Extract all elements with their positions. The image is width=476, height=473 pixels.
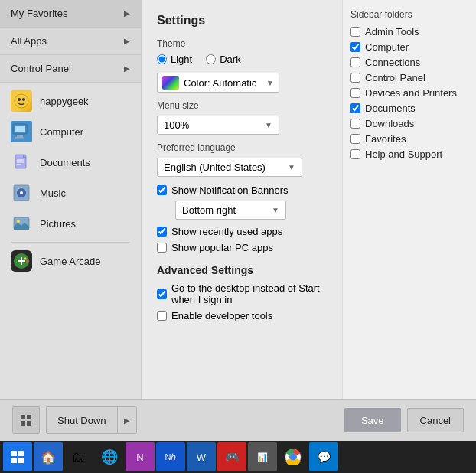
folder-checkbox-3[interactable]	[350, 73, 360, 83]
taskbar-app-red[interactable]: 🎮	[217, 442, 246, 471]
svg-rect-30	[11, 458, 17, 463]
control-panel-menu[interactable]: Control Panel ▶	[0, 55, 141, 83]
save-button[interactable]: Save	[344, 408, 401, 432]
settings-panel: Settings Theme Light Dark Color: Automat…	[142, 0, 342, 399]
show-recently-used-label: Show recently used apps	[171, 226, 282, 237]
app-item-computer[interactable]: Computer	[0, 116, 141, 147]
folder-label-0: Admin Tools	[365, 26, 419, 38]
shutdown-arrow-icon: ▶	[118, 407, 136, 433]
svg-point-22	[24, 258, 27, 260]
go-to-desktop-checkbox[interactable]	[157, 289, 167, 299]
enable-developer-row[interactable]: Enable developer tools	[157, 310, 327, 321]
menu-size-dropdown[interactable]: 100% ▼	[157, 116, 279, 135]
folder-item-computer[interactable]: Computer	[350, 41, 468, 53]
music-label: Music	[40, 188, 66, 199]
control-panel-chevron: ▶	[124, 64, 130, 73]
folder-item-favorites[interactable]: Favorites	[350, 133, 468, 145]
app-item-happygeek[interactable]: happygeek	[0, 86, 141, 116]
theme-light-radio[interactable]	[157, 54, 167, 64]
shutdown-label: Shut Down	[47, 407, 118, 433]
notification-position-value: Bottom right	[182, 204, 236, 216]
folder-checkbox-6[interactable]	[350, 119, 360, 129]
svg-point-0	[15, 94, 28, 108]
pictures-icon	[11, 213, 32, 234]
taskbar-app-nx[interactable]: Nℏ	[156, 442, 185, 471]
svg-rect-24	[21, 415, 25, 419]
all-apps-label: All Apps	[11, 35, 47, 47]
preferred-language-dropdown[interactable]: English (United States) ▼	[157, 158, 302, 177]
theme-dark-radio[interactable]	[206, 54, 216, 64]
folder-item-control-panel[interactable]: Control Panel	[350, 72, 468, 83]
folder-item-downloads[interactable]: Downloads	[350, 118, 468, 129]
folder-item-devices-and-printers[interactable]: Devices and Printers	[350, 87, 468, 99]
taskbar-app-files[interactable]: 🗂	[64, 442, 93, 471]
theme-row: Light Dark	[157, 54, 327, 65]
show-popular-pc-checkbox[interactable]	[157, 243, 167, 253]
svg-rect-29	[18, 451, 24, 456]
menu-size-value: 100%	[164, 119, 189, 131]
svg-rect-27	[27, 421, 31, 426]
enable-developer-checkbox[interactable]	[157, 311, 167, 321]
taskbar-app-gray[interactable]: 📊	[248, 442, 277, 471]
windows-start-button[interactable]	[3, 442, 32, 471]
folder-item-connections[interactable]: Connections	[350, 57, 468, 68]
my-favorites-label: My Favorites	[11, 8, 67, 19]
home-button[interactable]: 🏠	[34, 442, 63, 471]
theme-light-option[interactable]: Light	[157, 54, 192, 65]
my-favorites-menu[interactable]: My Favorites ▶	[0, 0, 141, 28]
preferred-language-value: English (United States)	[164, 161, 266, 173]
taskbar-app-messaging[interactable]: 💬	[309, 442, 338, 471]
folder-checkbox-7[interactable]	[350, 134, 360, 144]
app-item-music[interactable]: Music	[0, 178, 141, 208]
all-apps-menu[interactable]: All Apps ▶	[0, 28, 141, 55]
shutdown-button[interactable]: Shut Down ▶	[46, 406, 137, 434]
folder-checkbox-2[interactable]	[350, 57, 360, 67]
theme-label: Theme	[157, 38, 327, 49]
taskbar-app-word[interactable]: W	[187, 442, 216, 471]
taskbar-app-onenote[interactable]: N	[126, 442, 155, 471]
svg-rect-25	[27, 415, 31, 419]
app-item-pictures[interactable]: Pictures	[0, 208, 141, 239]
folder-checkbox-1[interactable]	[350, 42, 360, 52]
show-notification-checkbox[interactable]	[157, 185, 167, 195]
go-to-desktop-row[interactable]: Go to the desktop instead of Start when …	[157, 282, 327, 305]
computer-label: Computer	[40, 126, 83, 138]
show-popular-pc-row[interactable]: Show popular PC apps	[157, 242, 327, 253]
documents-label: Documents	[40, 157, 90, 168]
taskbar-app-ie[interactable]: 🌐	[95, 442, 124, 471]
advanced-settings-title: Advanced Settings	[157, 264, 327, 276]
folder-label-3: Control Panel	[365, 72, 425, 83]
show-notification-label: Show Notification Banners	[171, 184, 288, 196]
folder-item-documents[interactable]: Documents	[350, 103, 468, 114]
bottom-bar: Shut Down ▶ Save Cancel	[0, 399, 476, 441]
taskbar: 🏠 🗂 🌐 N Nℏ W 🎮 📊 💬	[0, 441, 476, 473]
show-recently-used-checkbox[interactable]	[157, 227, 167, 236]
cancel-button[interactable]: Cancel	[407, 408, 464, 432]
folder-checkbox-0[interactable]	[350, 27, 360, 37]
menu-size-arrow: ▼	[265, 121, 272, 129]
folder-checkbox-8[interactable]	[350, 149, 360, 159]
settings-title: Settings	[157, 14, 327, 28]
svg-rect-6	[15, 137, 24, 139]
svg-point-16	[17, 220, 20, 223]
folder-item-admin-tools[interactable]: Admin Tools	[350, 26, 468, 38]
svg-rect-7	[15, 126, 25, 132]
grid-icon-button[interactable]	[12, 406, 40, 434]
theme-dark-option[interactable]: Dark	[206, 54, 240, 65]
folder-checkbox-5[interactable]	[350, 103, 360, 113]
show-recently-used-row[interactable]: Show recently used apps	[157, 226, 327, 237]
color-dropdown[interactable]: Color: Automatic ▼	[157, 73, 279, 93]
svg-rect-28	[11, 451, 17, 456]
show-notification-row[interactable]: Show Notification Banners	[157, 184, 327, 196]
folder-label-8: Help and Support	[365, 148, 442, 160]
theme-light-label: Light	[171, 54, 192, 65]
folder-checkbox-4[interactable]	[350, 88, 360, 98]
app-item-documents[interactable]: Documents	[0, 147, 141, 178]
preferred-language-arrow: ▼	[288, 163, 295, 171]
folder-item-help-and-support[interactable]: Help and Support	[350, 148, 468, 160]
my-favorites-chevron: ▶	[124, 9, 130, 18]
folder-label-6: Downloads	[365, 118, 414, 129]
taskbar-app-chrome[interactable]	[279, 442, 308, 471]
notification-position-dropdown[interactable]: Bottom right ▼	[175, 201, 286, 220]
app-item-game-arcade[interactable]: Game Arcade	[0, 246, 141, 276]
